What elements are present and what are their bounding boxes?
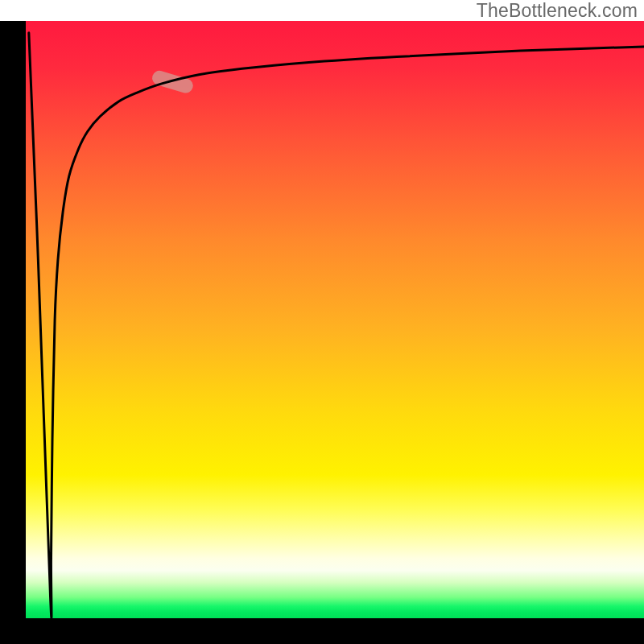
- plot-frame: [0, 21, 644, 644]
- plot-area: [26, 21, 644, 618]
- series-curve: [29, 33, 644, 617]
- chart-wrap: TheBottleneck.com: [0, 0, 644, 644]
- watermark-text: TheBottleneck.com: [477, 0, 638, 22]
- curve-layer: [26, 21, 644, 618]
